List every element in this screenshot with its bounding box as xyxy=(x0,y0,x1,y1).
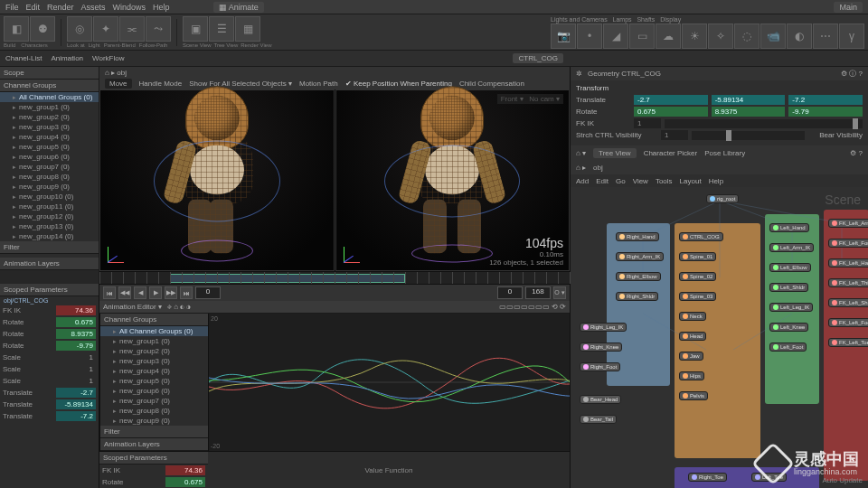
cam-front-dropdown[interactable]: Front ▾ No cam ▾ xyxy=(497,94,563,104)
tree-item[interactable]: new_group13 (0) xyxy=(0,221,99,231)
rig-node[interactable]: Bear_Head xyxy=(580,395,621,404)
ge-root[interactable]: All Channel Groups (0) xyxy=(100,326,208,336)
rig-node[interactable]: rig_root xyxy=(706,194,739,203)
shelf-light[interactable]: ✦ xyxy=(93,16,118,42)
shelf-parentblend[interactable]: ⫘ xyxy=(119,16,145,42)
show-all-selected[interactable]: Show For All Selected Objects ▾ xyxy=(189,80,292,88)
rig-node[interactable]: Left_Foot xyxy=(769,343,807,352)
menu-assets[interactable]: Assets xyxy=(81,3,106,12)
param-row[interactable]: Rotate0.675 xyxy=(0,316,99,328)
graph-canvas[interactable]: 20 -20 xyxy=(209,314,570,451)
param-row[interactable]: Rotate-9.79 xyxy=(0,340,99,352)
tree-item[interactable]: new_group9 (0) xyxy=(100,416,208,426)
tree-item[interactable]: new_group4 (0) xyxy=(0,132,99,142)
rig-node[interactable]: CTRL_COG xyxy=(679,232,723,241)
rig-node[interactable]: FK_Left_Shin xyxy=(828,298,868,307)
tree-item[interactable]: new_group5 (0) xyxy=(100,376,208,386)
rig-node[interactable]: Hips xyxy=(679,371,704,380)
menu-file[interactable]: File xyxy=(5,3,19,12)
shelf-misc[interactable]: ⋯ xyxy=(813,23,838,49)
rig-node[interactable]: FK_Left_Fore xyxy=(828,239,868,248)
tree-item[interactable]: new_group6 (0) xyxy=(0,152,99,162)
node-canvas[interactable]: Scene rig_root Right_Hand Right_Arm_IK R… xyxy=(571,187,868,488)
param-row[interactable]: Translate-7.2 xyxy=(0,410,99,422)
shelf-ambientlight[interactable]: ◌ xyxy=(734,23,760,49)
tree-item[interactable]: new_group7 (0) xyxy=(100,396,208,406)
keep-position-toggle[interactable]: ✔ Keep Position When Parenting xyxy=(345,80,452,88)
ge-filter[interactable]: Filter xyxy=(100,426,208,438)
shelf-build[interactable]: ◧ xyxy=(4,16,29,42)
cg-root[interactable]: All Channel Groups (0) xyxy=(0,92,99,102)
shelf-camera2[interactable]: 📹 xyxy=(760,23,786,49)
menu-edit[interactable]: Edit xyxy=(26,3,41,12)
viewport-right[interactable]: Front ▾ No cam ▾ 104fps 0.10ms xyxy=(335,89,571,271)
rig-node[interactable]: Right_Shldr xyxy=(616,292,658,301)
rig-node[interactable]: Right_Knee xyxy=(580,343,622,352)
shelf-renderview[interactable]: ▦ xyxy=(235,16,260,42)
rig-node[interactable]: Left_Knee xyxy=(769,323,808,332)
handle-mode[interactable]: Handle Mode xyxy=(139,80,183,88)
rig-node[interactable]: Left_Shldr xyxy=(769,283,808,292)
rig-node[interactable]: FK_Left_Hand xyxy=(828,258,868,267)
param-row[interactable]: Translate-2.7 xyxy=(0,387,99,399)
tree-item[interactable]: new_group14 (0) xyxy=(0,231,99,241)
shelf-cloudlight[interactable]: ✧ xyxy=(708,23,733,49)
tab-poselib[interactable]: Pose Library xyxy=(704,149,745,157)
tree-item[interactable]: new_group2 (0) xyxy=(100,346,208,356)
rig-node[interactable]: Left_Arm_IK xyxy=(769,243,814,252)
tool-move[interactable]: Move xyxy=(105,79,132,89)
rig-node[interactable]: FK_Left_Foot xyxy=(828,318,868,327)
frame-current[interactable]: 0 xyxy=(195,286,221,299)
rig-node[interactable]: FK_Left_Arm xyxy=(828,219,868,228)
rig-node[interactable]: Spine_01 xyxy=(679,252,716,261)
step-fwd-button[interactable]: ▶▶ xyxy=(165,286,177,299)
shelf-characters[interactable]: ⚉ xyxy=(30,16,55,42)
rig-node[interactable]: FK_Left_Thigh xyxy=(828,278,868,287)
subtab-ctrlcog[interactable]: CTRL_COG xyxy=(513,53,563,63)
ne-help[interactable]: Help xyxy=(709,177,723,185)
tree-item[interactable]: new_group11 (0) xyxy=(0,202,99,211)
stretch-slider[interactable] xyxy=(692,131,805,140)
param-row[interactable]: Translate-5.89134 xyxy=(0,399,99,410)
param-row[interactable]: FK IK74.36 xyxy=(0,305,99,316)
tree-item[interactable]: new_group9 (0) xyxy=(0,182,99,192)
rig-node[interactable]: Right_Arm_IK xyxy=(616,252,664,261)
fkik-slider[interactable] xyxy=(665,119,863,128)
tree-item[interactable]: new_group2 (0) xyxy=(0,112,99,122)
tree-item[interactable]: new_group1 (0) xyxy=(100,336,208,346)
rx-field[interactable]: 0.675 xyxy=(634,107,708,117)
frame-end[interactable]: 168 xyxy=(525,286,551,299)
motion-path-toggle[interactable]: Motion Path xyxy=(299,80,338,88)
viewport-left[interactable] xyxy=(99,89,335,271)
subtab-workflow[interactable]: WorkFlow xyxy=(92,54,124,62)
shelf-treeview[interactable]: ☰ xyxy=(209,16,234,42)
menu-windows[interactable]: Windows xyxy=(113,3,146,12)
shelf-atmosphere[interactable]: ☁ xyxy=(656,23,681,49)
tree-item[interactable]: new_group1 (0) xyxy=(0,102,99,112)
shelf-camera[interactable]: 📷 xyxy=(551,23,576,49)
rig-node[interactable]: Right_Elbow xyxy=(616,272,661,281)
tree-item[interactable]: new_group3 (0) xyxy=(0,122,99,132)
menu-help[interactable]: Help xyxy=(153,3,170,12)
playbar-opts[interactable]: O ▾ xyxy=(553,286,566,299)
tree-item[interactable]: new_group7 (0) xyxy=(0,162,99,172)
tz-field[interactable]: -7.2 xyxy=(788,95,863,105)
node-crumb[interactable]: ⌂ ▸ obj xyxy=(571,160,868,174)
param-row[interactable]: Rotate0.675 xyxy=(99,476,208,488)
rig-node[interactable]: Bear_Tail xyxy=(580,415,617,424)
rig-node[interactable]: Spine_02 xyxy=(679,272,716,281)
rig-node[interactable]: Right_Hand xyxy=(616,232,659,241)
fkik-field[interactable]: 1 xyxy=(634,118,661,128)
menu-render[interactable]: Render xyxy=(47,3,74,12)
shelf-pointlight[interactable]: • xyxy=(577,23,602,49)
rig-node[interactable]: Spine_03 xyxy=(679,292,716,301)
rig-node[interactable]: Head xyxy=(679,332,706,341)
rig-node[interactable]: Pelvis xyxy=(679,391,708,400)
subtab-animation[interactable]: Animation xyxy=(51,54,83,62)
ne-view[interactable]: View xyxy=(633,177,648,185)
timeline-ruler[interactable] xyxy=(99,272,570,285)
tree-item[interactable]: new_group10 (0) xyxy=(0,192,99,202)
tree-item[interactable]: new_group3 (0) xyxy=(100,356,208,366)
rig-node[interactable]: Left_Leg_IK xyxy=(769,303,813,312)
rig-node[interactable]: Right_Toe xyxy=(688,473,727,482)
